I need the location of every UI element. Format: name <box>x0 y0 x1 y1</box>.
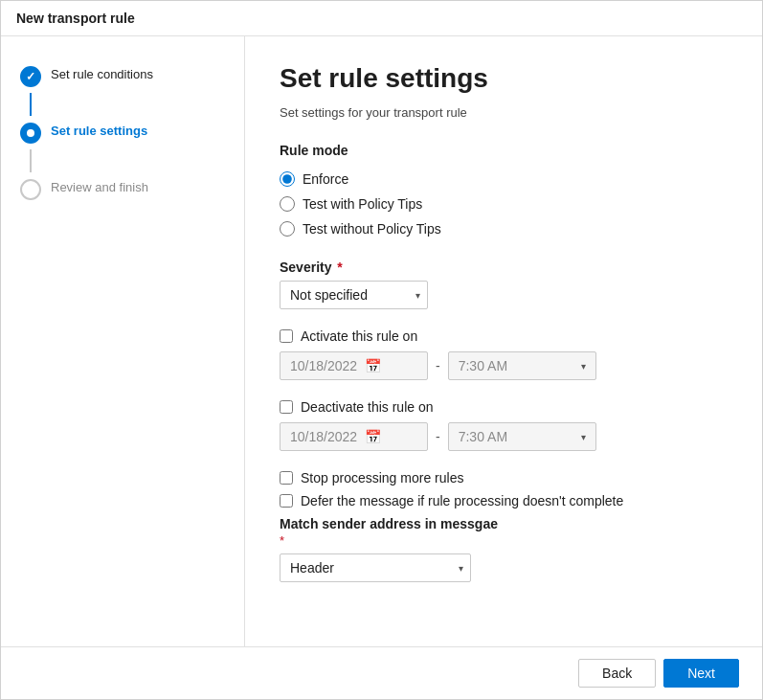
deactivate-calendar-icon: 📅 <box>365 429 381 444</box>
step-label-1: Set rule conditions <box>51 65 153 81</box>
severity-select-wrapper: Not specified Low Medium High ▾ <box>280 281 428 309</box>
deactivate-date-value: 10/18/2022 <box>290 429 357 444</box>
radio-test-with-policy[interactable]: Test with Policy Tips <box>280 196 728 212</box>
radio-test-without-policy-input[interactable] <box>280 221 295 237</box>
activate-date-field[interactable]: 10/18/2022 📅 <box>280 351 428 380</box>
deactivate-time-value: 7:30 AM <box>459 429 507 444</box>
sidebar: ✓ Set rule conditions Set rule settings … <box>1 36 245 646</box>
match-sender-required-indicator: * <box>280 533 728 548</box>
activate-date-time-separator: - <box>436 358 440 373</box>
activate-rule-label: Activate this rule on <box>301 328 417 344</box>
page-title: Set rule settings <box>280 63 728 94</box>
defer-message-row: Defer the message if rule processing doe… <box>280 493 728 508</box>
radio-test-without-policy[interactable]: Test without Policy Tips <box>280 221 728 237</box>
rule-mode-label: Rule mode <box>280 143 728 158</box>
radio-test-with-policy-input[interactable] <box>280 196 295 212</box>
extra-options-section: Stop processing more rules Defer the mes… <box>280 470 728 508</box>
sidebar-item-review-and-finish[interactable]: Review and finish <box>1 172 244 206</box>
stop-processing-row: Stop processing more rules <box>280 470 728 485</box>
footer: Back Next <box>1 646 762 699</box>
radio-enforce-input[interactable] <box>280 171 295 187</box>
activate-time-value: 7:30 AM <box>459 358 507 373</box>
radio-test-with-policy-label: Test with Policy Tips <box>303 196 422 212</box>
deactivate-time-field[interactable]: 7:30 AM ▾ <box>448 422 596 451</box>
content-area: Set rule settings Set settings for your … <box>245 36 762 646</box>
radio-enforce[interactable]: Enforce <box>280 171 728 187</box>
checkmark-icon: ✓ <box>26 70 35 83</box>
step-label-3: Review and finish <box>51 178 148 194</box>
activate-time-chevron-icon: ▾ <box>581 361 586 372</box>
active-dot <box>27 129 34 137</box>
severity-row: Severity * Not specified Low Medium High… <box>280 260 728 309</box>
stop-processing-checkbox[interactable] <box>280 471 293 485</box>
title-bar: New transport rule <box>1 1 762 36</box>
severity-select[interactable]: Not specified Low Medium High <box>280 281 428 309</box>
match-sender-select-wrapper: Header Envelope Header or Envelope ▾ <box>280 553 471 582</box>
severity-required-star: * <box>333 260 342 275</box>
deactivate-rule-checkbox[interactable] <box>280 400 293 414</box>
activate-date-time-row: 10/18/2022 📅 - 7:30 AM ▾ <box>280 351 728 380</box>
severity-label: Severity * <box>280 260 728 275</box>
step-connector-2 <box>30 149 32 172</box>
step-circle-inactive <box>20 179 41 200</box>
next-button[interactable]: Next <box>663 659 739 688</box>
deactivate-rule-section: Deactivate this rule on 10/18/2022 📅 - 7… <box>280 399 728 451</box>
step-label-2: Set rule settings <box>51 122 147 138</box>
activate-time-field[interactable]: 7:30 AM ▾ <box>448 351 596 380</box>
match-sender-label: Match sender address in messgae <box>280 516 728 531</box>
rule-mode-radio-group: Enforce Test with Policy Tips Test witho… <box>280 171 728 237</box>
step-circle-completed: ✓ <box>20 66 41 87</box>
deactivate-date-time-separator: - <box>436 429 440 444</box>
radio-test-without-policy-label: Test without Policy Tips <box>303 221 441 237</box>
page-subtitle: Set settings for your transport rule <box>280 105 728 120</box>
activate-calendar-icon: 📅 <box>365 358 381 373</box>
back-button[interactable]: Back <box>578 659 656 688</box>
stop-processing-label: Stop processing more rules <box>301 470 463 485</box>
main-layout: ✓ Set rule conditions Set rule settings … <box>1 36 762 646</box>
sidebar-item-set-rule-conditions[interactable]: ✓ Set rule conditions <box>1 59 244 93</box>
deactivate-rule-label: Deactivate this rule on <box>301 399 434 415</box>
sidebar-item-set-rule-settings[interactable]: Set rule settings <box>1 116 244 149</box>
title-bar-label: New transport rule <box>16 11 135 26</box>
deactivate-date-field[interactable]: 10/18/2022 📅 <box>280 422 428 451</box>
deactivate-time-chevron-icon: ▾ <box>581 432 586 442</box>
radio-enforce-label: Enforce <box>303 171 348 187</box>
step-connector-1 <box>30 93 32 116</box>
match-sender-select[interactable]: Header Envelope Header or Envelope <box>280 553 471 582</box>
defer-message-label: Defer the message if rule processing doe… <box>301 493 623 508</box>
defer-message-checkbox[interactable] <box>280 494 293 508</box>
deactivate-rule-checkbox-row: Deactivate this rule on <box>280 399 728 415</box>
match-sender-section: Match sender address in messgae * Header… <box>280 516 728 582</box>
activate-date-value: 10/18/2022 <box>290 358 357 373</box>
activate-rule-checkbox[interactable] <box>280 329 293 343</box>
step-circle-active <box>20 123 41 144</box>
activate-rule-checkbox-row: Activate this rule on <box>280 328 728 344</box>
activate-rule-section: Activate this rule on 10/18/2022 📅 - 7:3… <box>280 328 728 380</box>
deactivate-date-time-row: 10/18/2022 📅 - 7:30 AM ▾ <box>280 422 728 451</box>
